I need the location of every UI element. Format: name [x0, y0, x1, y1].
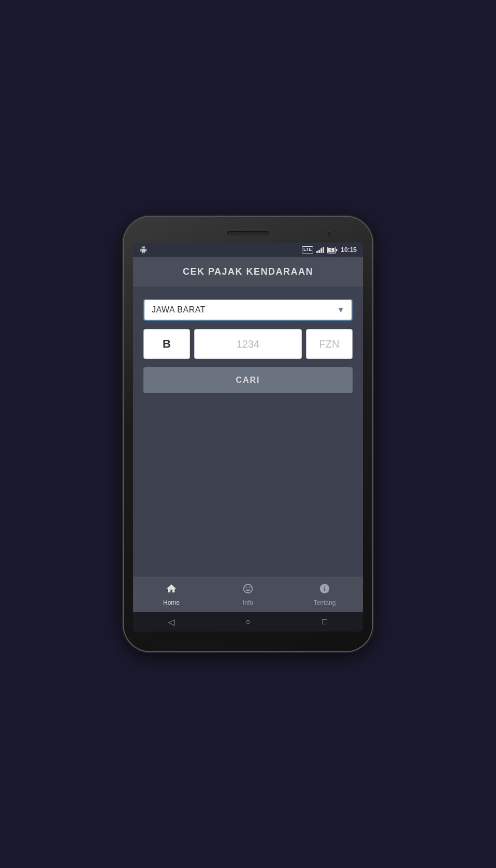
status-bar: LTE 10:15 [133, 243, 363, 257]
nav-label-tentang: Tentang [314, 599, 336, 606]
system-nav-bar: ◁ ○ □ [133, 612, 363, 632]
bottom-nav: Home Info Tentang [133, 577, 363, 612]
phone-device: LTE 10:15 CEK PAJAK [124, 217, 372, 651]
back-button[interactable]: ◁ [161, 615, 182, 629]
nav-label-info: Info [243, 599, 253, 606]
phone-bottom [133, 632, 363, 642]
info-circle-icon [319, 583, 330, 597]
phone-camera [327, 231, 332, 236]
app-header: CEK PAJAK KENDARAAN [133, 257, 363, 287]
nav-item-info[interactable]: Info [210, 580, 286, 609]
province-value: JAWA BARAT [152, 305, 206, 315]
plate-prefix-value: B [163, 337, 171, 351]
recent-button[interactable]: □ [314, 615, 335, 629]
plate-number-field[interactable]: 1234 [194, 329, 302, 359]
signal-icon [316, 247, 324, 253]
battery-icon [327, 247, 338, 253]
plate-suffix-placeholder: FZN [319, 338, 340, 350]
info-smiley-icon [242, 583, 254, 597]
status-right: LTE 10:15 [302, 246, 357, 253]
plate-prefix-field[interactable]: B [143, 329, 190, 359]
phone-screen: LTE 10:15 CEK PAJAK [133, 243, 363, 632]
nav-item-tentang[interactable]: Tentang [286, 580, 363, 609]
time-display: 10:15 [341, 246, 357, 253]
lte-badge: LTE [302, 246, 313, 253]
app-title: CEK PAJAK KENDARAAN [183, 266, 313, 277]
home-button[interactable]: ○ [238, 615, 258, 629]
province-dropdown[interactable]: JAWA BARAT ▼ [143, 299, 353, 321]
nav-item-home[interactable]: Home [133, 580, 210, 609]
phone-speaker [227, 231, 269, 235]
phone-top-bar [133, 226, 363, 241]
plate-row: B 1234 FZN [143, 329, 353, 359]
nav-label-home: Home [163, 599, 180, 606]
app-content: JAWA BARAT ▼ B 1234 FZN CARI [133, 287, 363, 577]
plate-suffix-field[interactable]: FZN [306, 329, 353, 359]
plate-number-placeholder: 1234 [237, 338, 260, 350]
home-icon [166, 583, 177, 597]
android-icon [139, 246, 148, 254]
status-left [139, 246, 148, 254]
dropdown-arrow-icon: ▼ [337, 306, 344, 314]
search-button[interactable]: CARI [143, 367, 353, 393]
svg-rect-2 [336, 249, 338, 251]
